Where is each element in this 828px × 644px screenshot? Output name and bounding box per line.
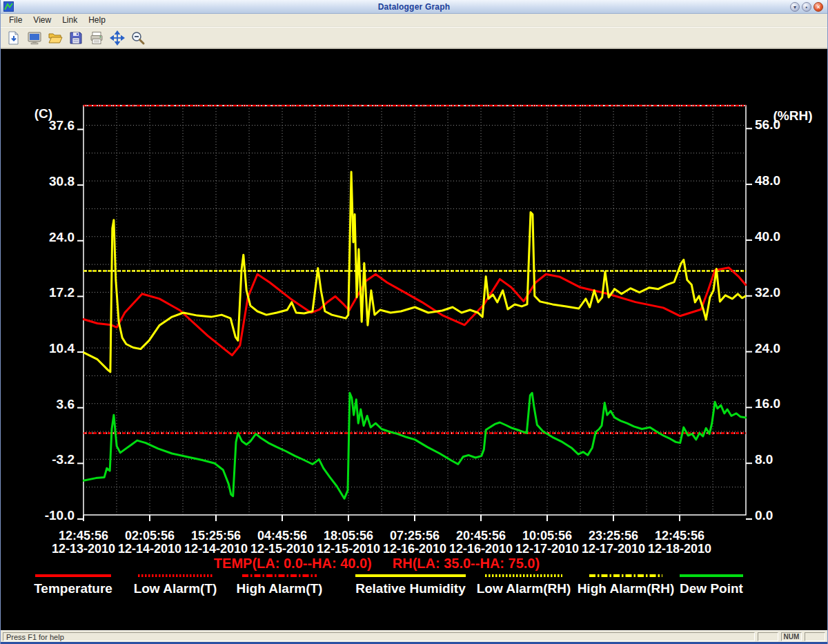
download-data-button[interactable] xyxy=(4,29,23,47)
svg-text:40.0: 40.0 xyxy=(755,229,780,244)
open-folder-icon xyxy=(48,30,63,46)
zoom-out-icon xyxy=(130,30,146,46)
svg-text:07:25:56: 07:25:56 xyxy=(390,529,440,543)
svg-text:8.0: 8.0 xyxy=(755,452,773,467)
zoom-restore-icon xyxy=(110,30,125,46)
svg-text:30.8: 30.8 xyxy=(49,174,75,188)
monitor-icon xyxy=(27,30,42,46)
menu-item-file[interactable]: File xyxy=(3,14,28,26)
svg-text:High Alarm(T): High Alarm(T) xyxy=(237,581,323,596)
status-panel-scrl xyxy=(805,632,825,641)
left-axis: 37.630.824.017.210.43.6-3.2-10.0(C) xyxy=(34,106,83,523)
maximize-button[interactable]: ▪ xyxy=(802,2,811,12)
svg-text:16.0: 16.0 xyxy=(755,396,780,411)
menu-item-help[interactable]: Help xyxy=(83,14,111,26)
svg-text:10.4: 10.4 xyxy=(49,341,75,355)
svg-text:24.0: 24.0 xyxy=(755,341,780,355)
download-data-icon xyxy=(6,30,21,46)
temperature-series xyxy=(83,268,746,355)
svg-text:10:05:56: 10:05:56 xyxy=(522,529,572,543)
svg-text:-10.0: -10.0 xyxy=(45,508,75,523)
alarm-settings-text: TEMP(LA: 0.0--HA: 40.0) RH(LA: 35.0--HA:… xyxy=(214,556,540,571)
svg-text:Low Alarm(T): Low Alarm(T) xyxy=(134,581,217,596)
svg-text:12-17-2010: 12-17-2010 xyxy=(515,542,579,556)
open-file-button[interactable] xyxy=(46,29,65,47)
toolbar xyxy=(1,27,827,48)
close-button[interactable]: ✕ xyxy=(814,2,823,12)
left-axis-unit: (C) xyxy=(34,106,52,121)
menu-bar: File View Link Help xyxy=(1,14,827,27)
svg-text:12-14-2010: 12-14-2010 xyxy=(184,542,248,556)
datalogger-window: Datalogger Graph ▾ ▪ ✕ File View Link He… xyxy=(0,0,828,644)
svg-text:18:05:56: 18:05:56 xyxy=(324,529,373,543)
svg-text:32.0: 32.0 xyxy=(755,285,780,300)
zoom-out-button[interactable] xyxy=(128,29,148,47)
svg-text:17.2: 17.2 xyxy=(49,285,75,300)
svg-text:04:45:56: 04:45:56 xyxy=(257,529,307,543)
title-bar[interactable]: Datalogger Graph ▾ ▪ ✕ xyxy=(1,0,827,14)
svg-text:12-18-2010: 12-18-2010 xyxy=(648,542,711,556)
svg-text:12-13-2010: 12-13-2010 xyxy=(52,542,115,556)
menu-item-link[interactable]: Link xyxy=(57,14,83,26)
print-button[interactable] xyxy=(87,29,106,47)
svg-text:Relative Humidity: Relative Humidity xyxy=(355,581,466,596)
svg-text:Low Alarm(RH): Low Alarm(RH) xyxy=(477,581,571,596)
svg-text:20:45:56: 20:45:56 xyxy=(456,529,506,543)
legend: TemperatureLow Alarm(T)High Alarm(T)Rela… xyxy=(34,576,743,596)
svg-text:Temperature: Temperature xyxy=(34,581,112,596)
svg-text:23:25:56: 23:25:56 xyxy=(589,529,638,543)
svg-text:12-14-2010: 12-14-2010 xyxy=(118,542,181,556)
realtime-display-button[interactable] xyxy=(25,29,44,47)
status-help-text: Press F1 for help xyxy=(3,632,755,641)
svg-text:02:05:56: 02:05:56 xyxy=(125,529,175,543)
menu-item-view[interactable]: View xyxy=(28,14,57,26)
status-bar: Press F1 for help NUM xyxy=(1,630,827,642)
svg-text:12-16-2010: 12-16-2010 xyxy=(383,542,446,556)
svg-text:High Alarm(RH): High Alarm(RH) xyxy=(578,581,675,596)
right-axis-unit: (%RH) xyxy=(773,108,813,123)
num-lock-indicator: NUM xyxy=(781,632,802,641)
printer-icon xyxy=(89,30,104,46)
svg-text:12-15-2010: 12-15-2010 xyxy=(250,542,314,556)
x-axis: 12:45:5612-13-201002:05:5612-14-201015:2… xyxy=(52,515,711,556)
svg-text:12-15-2010: 12-15-2010 xyxy=(317,542,380,556)
datalogger-chart: 37.630.824.017.210.43.6-3.2-10.0(C)56.04… xyxy=(1,49,828,631)
svg-text:12-16-2010: 12-16-2010 xyxy=(449,542,513,556)
minimize-button[interactable]: ▾ xyxy=(790,2,800,12)
svg-text:12:45:56: 12:45:56 xyxy=(59,529,108,543)
svg-text:48.0: 48.0 xyxy=(755,173,780,188)
svg-text:37.6: 37.6 xyxy=(49,118,75,133)
svg-text:15:25:56: 15:25:56 xyxy=(191,529,241,543)
window-title: Datalogger Graph xyxy=(1,2,827,12)
chart-area: 37.630.824.017.210.43.6-3.2-10.0(C)56.04… xyxy=(1,48,827,630)
grid xyxy=(83,106,746,515)
status-panel-cap xyxy=(758,632,778,641)
svg-text:0.0: 0.0 xyxy=(755,508,773,523)
svg-text:24.0: 24.0 xyxy=(49,230,75,244)
svg-text:12:45:56: 12:45:56 xyxy=(655,529,704,543)
svg-text:12-17-2010: 12-17-2010 xyxy=(582,542,645,556)
svg-text:Dew Point: Dew Point xyxy=(680,581,744,596)
svg-text:3.6: 3.6 xyxy=(57,397,75,411)
right-axis: 56.048.040.032.024.016.08.00.0(%RH) xyxy=(746,108,813,523)
save-floppy-icon xyxy=(68,30,83,46)
svg-text:-3.2: -3.2 xyxy=(52,452,75,467)
zoom-restore-button[interactable] xyxy=(108,29,127,47)
save-file-button[interactable] xyxy=(66,29,86,47)
